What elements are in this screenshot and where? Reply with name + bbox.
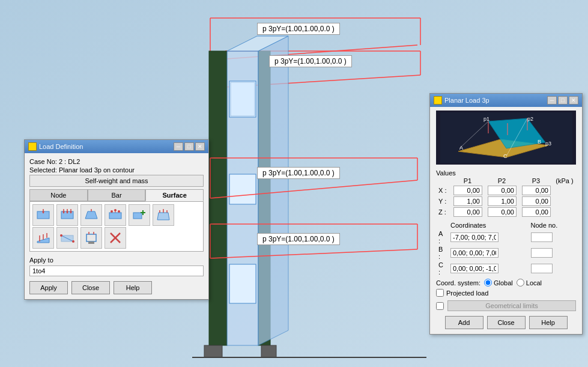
- global-radio-label[interactable]: Global: [484, 279, 513, 287]
- svg-marker-11: [227, 51, 258, 345]
- load-def-title-icon: [28, 142, 37, 151]
- tab-node[interactable]: Node: [29, 189, 88, 201]
- coord-row-b: B :: [436, 245, 576, 261]
- load-def-restore-btn[interactable]: □: [184, 142, 194, 151]
- row-y: Y :: [436, 196, 576, 207]
- coord-a-input[interactable]: [450, 232, 499, 242]
- icon-surface-5[interactable]: [153, 204, 174, 226]
- coord-sys-row: Coord. system: Global Local: [436, 279, 576, 287]
- svg-rect-15: [231, 82, 255, 116]
- node-a-input[interactable]: [531, 232, 553, 242]
- global-label: Global: [494, 279, 513, 287]
- col-p2: P2: [485, 177, 519, 185]
- icon-surface-multi[interactable]: [80, 204, 102, 226]
- tab-bar[interactable]: Bar: [88, 189, 146, 201]
- case-no-line: Case No: 2 : DL2: [29, 158, 204, 165]
- values-section: Values P1 P2 P3 (kPa ) X :: [436, 169, 576, 276]
- svg-line-21: [210, 180, 417, 198]
- svg-rect-27: [261, 345, 276, 357]
- planar-titlebar: Planar Load 3p ─ □ ✕: [430, 94, 582, 107]
- values-title: Values: [436, 169, 456, 177]
- icon-surface-slant[interactable]: [32, 227, 54, 249]
- z-p2-input[interactable]: [488, 207, 517, 217]
- planar-minimize-btn[interactable]: ─: [547, 96, 557, 105]
- load-label-3: p 3pY=(1.00,1.00,0.0 ): [257, 167, 340, 179]
- svg-line-8: [225, 75, 420, 87]
- icon-surface-8[interactable]: [80, 227, 102, 249]
- load-definition-dialog: Load Definition ─ □ ✕ Case No: 2 : DL2 S…: [24, 139, 209, 300]
- local-radio-label[interactable]: Local: [517, 279, 542, 287]
- icon-surface-points[interactable]: [105, 204, 126, 226]
- geo-limits-row: Geometrical limits: [436, 300, 576, 311]
- selected-line: Selected: Planar load 3p on contour: [29, 166, 204, 174]
- planar-close-button[interactable]: Close: [487, 316, 526, 329]
- icon-surface-7[interactable]: [56, 227, 78, 249]
- icon-surface-add[interactable]: [129, 204, 150, 226]
- svg-rect-63: [86, 234, 96, 241]
- load-def-help-button[interactable]: Help: [114, 281, 152, 294]
- projected-checkbox[interactable]: [436, 289, 444, 297]
- svg-rect-41: [109, 213, 121, 219]
- tab-surface[interactable]: Surface: [145, 189, 204, 201]
- node-b-input[interactable]: [531, 248, 553, 258]
- x-p3-input[interactable]: [522, 186, 551, 195]
- selected-value: Planar load 3p on contour: [59, 166, 135, 174]
- global-radio[interactable]: [484, 279, 492, 287]
- coord-sys-label: Coord. system:: [436, 279, 480, 287]
- apply-to-label: Apply to: [29, 256, 204, 264]
- y-p1-input[interactable]: [453, 196, 482, 206]
- planar-add-button[interactable]: Add: [445, 316, 483, 329]
- col-unit: (kPa ): [553, 177, 576, 185]
- planar-help-button[interactable]: Help: [529, 316, 568, 329]
- col-p1: P1: [450, 177, 485, 185]
- svg-rect-16: [229, 174, 256, 204]
- coord-row-c: C :: [436, 261, 576, 276]
- icon-surface-dir[interactable]: [56, 204, 78, 226]
- svg-point-61: [60, 234, 62, 237]
- geo-limits-button[interactable]: Geometrical limits: [447, 300, 576, 311]
- x-p1-input[interactable]: [453, 186, 482, 195]
- svg-marker-39: [85, 211, 97, 219]
- geo-limits-checkbox[interactable]: [436, 302, 444, 310]
- coord-c-input[interactable]: [450, 264, 499, 273]
- self-weight-btn[interactable]: Self-weight and mass: [29, 175, 204, 187]
- load-def-close-button[interactable]: Close: [71, 281, 110, 294]
- z-p3-input[interactable]: [522, 207, 551, 217]
- planar-preview: A C p1 p2 p3 B: [436, 111, 576, 165]
- projected-label: Projected load: [446, 290, 488, 297]
- load-def-title: Load Definition: [39, 143, 83, 150]
- svg-rect-48: [133, 213, 142, 219]
- svg-marker-51: [157, 213, 169, 220]
- svg-point-62: [72, 240, 74, 243]
- svg-text:C: C: [503, 153, 508, 159]
- icon-surface-uniform[interactable]: [32, 204, 54, 226]
- svg-marker-12: [258, 36, 288, 345]
- y-p3-input[interactable]: [522, 196, 551, 206]
- svg-text:p1: p1: [483, 116, 489, 122]
- y-p2-input[interactable]: [488, 196, 517, 206]
- local-radio[interactable]: [517, 279, 524, 287]
- apply-button[interactable]: Apply: [29, 281, 68, 294]
- load-def-titlebar: Load Definition ─ □ ✕: [25, 140, 208, 153]
- load-icon-grid: [29, 201, 204, 252]
- apply-to-input[interactable]: [29, 265, 204, 276]
- local-label: Local: [526, 279, 542, 287]
- load-def-minimize-btn[interactable]: ─: [174, 142, 183, 151]
- x-p2-input[interactable]: [488, 186, 517, 195]
- projected-row: Projected load: [436, 289, 576, 297]
- svg-text:p3: p3: [545, 141, 551, 147]
- load-def-close-btn[interactable]: ✕: [195, 142, 205, 151]
- svg-rect-9: [209, 51, 227, 345]
- z-p1-input[interactable]: [453, 207, 482, 217]
- icon-surface-delete[interactable]: [105, 227, 126, 249]
- node-c-input[interactable]: [531, 264, 553, 273]
- coord-row-a: A :: [436, 229, 576, 245]
- load-label-1: p 3pY=(1.00,1.00,0.0 ): [257, 23, 340, 35]
- svg-line-25: [210, 249, 417, 258]
- svg-text:B: B: [538, 139, 541, 145]
- coord-header: Coordinates: [448, 221, 526, 229]
- planar-close-btn[interactable]: ✕: [569, 96, 578, 105]
- svg-rect-14: [229, 81, 256, 117]
- planar-restore-btn[interactable]: □: [558, 96, 568, 105]
- coord-b-input[interactable]: [450, 248, 499, 258]
